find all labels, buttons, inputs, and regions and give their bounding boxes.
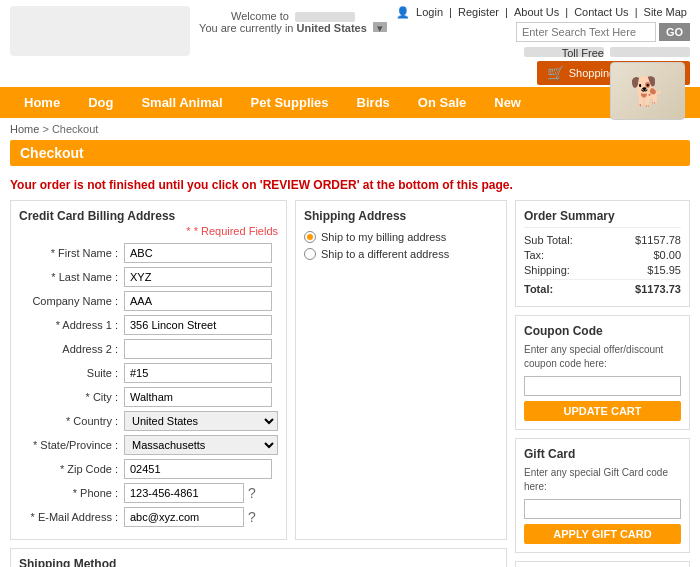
suite-label: Suite : xyxy=(19,367,124,379)
coupon-description: Enter any special offer/discount coupon … xyxy=(524,343,681,371)
zip-input[interactable] xyxy=(124,459,272,479)
address2-input[interactable] xyxy=(124,339,272,359)
giftpack-section: Gift Pack Option xyxy=(515,561,690,567)
register-link[interactable]: Register xyxy=(458,6,499,18)
nav-new[interactable]: New xyxy=(480,87,535,118)
shipping-option1-row[interactable]: Ship to my billing address xyxy=(304,231,498,243)
nav-small-animal[interactable]: Small Animal xyxy=(127,87,236,118)
subtotal-row: Sub Total: $1157.78 xyxy=(524,234,681,246)
first-name-input[interactable] xyxy=(124,243,272,263)
address1-input[interactable] xyxy=(124,315,272,335)
login-icon: 👤 xyxy=(396,6,410,18)
shipping-method-section: Shipping Method UPS Ground 3-5 Days($15.… xyxy=(10,548,507,567)
phone-input[interactable] xyxy=(124,483,244,503)
header-right: 👤 Login | Register | About Us | Contact … xyxy=(396,6,690,57)
logo xyxy=(10,6,190,56)
sitemap-link[interactable]: Site Map xyxy=(644,6,687,18)
last-name-label: * Last Name : xyxy=(19,271,124,283)
giftcard-section: Gift Card Enter any special Gift Card co… xyxy=(515,438,690,553)
shipping-option2-radio[interactable] xyxy=(304,248,316,260)
tax-label: Tax: xyxy=(524,249,544,261)
giftcard-title: Gift Card xyxy=(524,447,681,461)
shipping-option2-row[interactable]: Ship to a different address xyxy=(304,248,498,260)
nav-bar: Home Dog Small Animal Pet Supplies Birds… xyxy=(0,87,700,118)
shipping-method-title: Shipping Method xyxy=(19,557,498,567)
last-name-row: * Last Name : xyxy=(19,267,278,287)
shipping-label: Shipping: xyxy=(524,264,570,276)
suite-row: Suite : xyxy=(19,363,278,383)
header-links: 👤 Login | Register | About Us | Contact … xyxy=(396,6,690,19)
state-label: * State/Province : xyxy=(19,439,124,451)
shipping-section: Shipping Address Ship to my billing addr… xyxy=(295,200,507,540)
coupon-title: Coupon Code xyxy=(524,324,681,338)
nav-birds[interactable]: Birds xyxy=(343,87,404,118)
breadcrumb-current: Checkout xyxy=(52,123,98,135)
shipping-row: Shipping: $15.95 xyxy=(524,264,681,276)
zip-row: * Zip Code : xyxy=(19,459,278,479)
shipping-value: $15.95 xyxy=(647,264,681,276)
email-row: * E-Mail Address : ? xyxy=(19,507,278,527)
country-select[interactable]: United States xyxy=(124,411,278,431)
tax-value: $0.00 xyxy=(653,249,681,261)
search-button[interactable]: GO xyxy=(659,23,690,41)
breadcrumb-home[interactable]: Home xyxy=(10,123,39,135)
country-label: * Country : xyxy=(19,415,124,427)
page-title: Checkout xyxy=(10,140,690,166)
shipping-option2-label: Ship to a different address xyxy=(321,248,449,260)
nav-pet-supplies[interactable]: Pet Supplies xyxy=(237,87,343,118)
phone-row: * Phone : ? xyxy=(19,483,278,503)
about-link[interactable]: About Us xyxy=(514,6,559,18)
login-link[interactable]: Login xyxy=(416,6,443,18)
cart-bar: 🛒 Shopping Cart (1 Item) xyxy=(0,59,700,87)
city-input[interactable] xyxy=(124,387,272,407)
last-name-input[interactable] xyxy=(124,267,272,287)
top-forms: Credit Card Billing Address * * Required… xyxy=(10,200,507,540)
company-input[interactable] xyxy=(124,291,272,311)
coupon-section: Coupon Code Enter any special offer/disc… xyxy=(515,315,690,430)
phone-help-icon[interactable]: ? xyxy=(248,485,256,501)
contact-link[interactable]: Contact Us xyxy=(574,6,628,18)
search-input[interactable] xyxy=(516,22,656,42)
address2-label: Address 2 : xyxy=(19,343,124,355)
shipping-option1-label: Ship to my billing address xyxy=(321,231,446,243)
state-row: * State/Province : Massachusetts xyxy=(19,435,278,455)
first-name-row: * First Name : xyxy=(19,243,278,263)
nav-dog[interactable]: Dog xyxy=(74,87,127,118)
nav-home[interactable]: Home xyxy=(10,87,74,118)
billing-section: Credit Card Billing Address * * Required… xyxy=(10,200,287,540)
coupon-input[interactable] xyxy=(524,376,681,396)
toll-free: Toll Free xyxy=(520,45,690,57)
email-help-icon[interactable]: ? xyxy=(248,509,256,525)
apply-giftcard-button[interactable]: APPLY GIFT CARD xyxy=(524,524,681,544)
email-input[interactable] xyxy=(124,507,244,527)
giftcard-input[interactable] xyxy=(524,499,681,519)
zip-label: * Zip Code : xyxy=(19,463,124,475)
required-note: * * Required Fields xyxy=(19,225,278,237)
tax-row: Tax: $0.00 xyxy=(524,249,681,261)
total-row: Total: $1173.73 xyxy=(524,279,681,295)
cart-icon: 🛒 xyxy=(547,65,564,81)
giftcard-description: Enter any special Gift Card code here: xyxy=(524,466,681,494)
order-summary-title: Order Summary xyxy=(524,209,681,228)
country-row: * Country : United States xyxy=(19,411,278,431)
suite-input[interactable] xyxy=(124,363,272,383)
first-name-label: * First Name : xyxy=(19,247,124,259)
right-column: Order Summary Sub Total: $1157.78 Tax: $… xyxy=(515,200,690,567)
order-summary-section: Order Summary Sub Total: $1157.78 Tax: $… xyxy=(515,200,690,307)
state-select[interactable]: Massachusetts xyxy=(124,435,278,455)
main-content: Credit Card Billing Address * * Required… xyxy=(0,200,700,567)
update-cart-button[interactable]: UPDATE CART xyxy=(524,401,681,421)
address1-label: * Address 1 : xyxy=(19,319,124,331)
nav-on-sale[interactable]: On Sale xyxy=(404,87,480,118)
email-label: * E-Mail Address : xyxy=(19,511,124,523)
company-label: Company Name : xyxy=(19,295,124,307)
warning-message: Your order is not finished until you cli… xyxy=(0,174,700,200)
left-column: Credit Card Billing Address * * Required… xyxy=(10,200,507,567)
address2-row: Address 2 : xyxy=(19,339,278,359)
total-label: Total: xyxy=(524,283,553,295)
shipping-option1-radio[interactable] xyxy=(304,231,316,243)
flag-icon: ▾ xyxy=(373,22,387,32)
breadcrumb: Home > Checkout xyxy=(0,118,700,140)
total-value: $1173.73 xyxy=(635,283,681,295)
company-row: Company Name : xyxy=(19,291,278,311)
